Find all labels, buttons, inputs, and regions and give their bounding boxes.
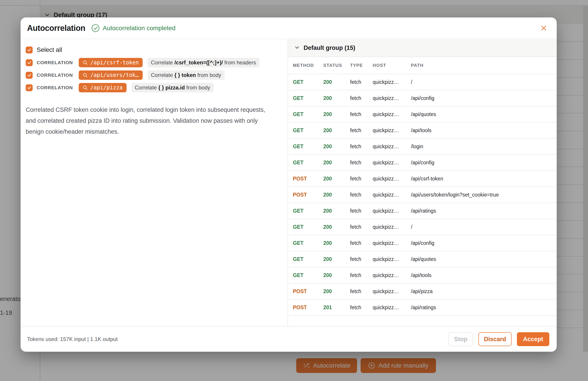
rule-checkbox[interactable] — [26, 59, 33, 66]
request-table-row[interactable]: GET 200 fetch quickpizz… /login — [288, 138, 557, 154]
rule-checkbox[interactable] — [26, 84, 33, 91]
request-table-row[interactable]: GET 200 fetch quickpizz… /api/config — [288, 154, 557, 170]
rule-desc-expression: /csrf_token=([^;]+)/ — [174, 60, 223, 65]
rule-description: Correlate { } token from body — [147, 70, 225, 80]
request-host: quickpizz… — [373, 288, 411, 295]
request-table-row[interactable]: GET 200 fetch quickpizz… /api/ratings — [288, 203, 557, 219]
group-title: Default group (15) — [304, 44, 355, 51]
request-path: /api/quotes — [411, 256, 557, 262]
request-type: fetch — [350, 192, 373, 198]
request-table-row[interactable]: GET 200 fetch quickpizz… /api/quotes — [288, 106, 557, 122]
request-path: /login — [411, 144, 557, 149]
check-icon — [27, 73, 32, 77]
rule-type-label: CORRELATION — [37, 85, 75, 90]
correlation-rule-row: CORRELATION /api/pizza Correlate { } piz… — [26, 83, 282, 93]
request-host: quickpizz… — [373, 144, 411, 149]
modal-body: Select all CORRELATION /api/csrf-token C… — [21, 39, 557, 326]
search-icon — [83, 85, 88, 90]
column-header-status: STATUS — [323, 63, 350, 68]
request-type: fetch — [350, 305, 373, 311]
select-all-checkbox[interactable] — [26, 46, 33, 53]
completion-status-text: Autocorrelation completed — [103, 25, 175, 32]
group-header[interactable]: Default group (15) — [288, 39, 557, 57]
rule-desc-prefix: Correlate — [135, 85, 158, 90]
request-type: fetch — [350, 111, 373, 117]
chevron-down-icon — [294, 45, 300, 51]
rule-desc-suffix: from body — [196, 72, 221, 78]
request-method: GET — [293, 144, 323, 149]
request-table-row[interactable]: GET 200 fetch quickpizz… /api/tools — [288, 267, 557, 283]
request-path: /api/csrf-token — [411, 176, 557, 182]
request-type: fetch — [350, 288, 373, 295]
request-path: /api/config — [411, 240, 557, 246]
request-host: quickpizz… — [373, 208, 411, 214]
rule-description: Correlate { } pizza.id from body — [131, 83, 213, 92]
request-table-row[interactable]: GET 200 fetch quickpizz… / — [288, 219, 557, 235]
request-method: GET — [293, 224, 323, 230]
request-host: quickpizz… — [373, 240, 411, 246]
request-status: 200 — [323, 160, 350, 166]
request-host: quickpizz… — [373, 79, 411, 85]
request-method: POST — [293, 176, 323, 182]
request-table-row[interactable]: GET 200 fetch quickpizz… /api/tools — [288, 122, 557, 138]
select-all-label: Select all — [37, 46, 62, 53]
request-path: /api/ratings — [411, 305, 557, 311]
request-table-row[interactable]: GET 200 fetch quickpizz… /api/quotes — [288, 251, 557, 267]
discard-button[interactable]: Discard — [479, 332, 512, 346]
request-status: 200 — [323, 95, 350, 101]
accept-button[interactable]: Accept — [517, 332, 549, 346]
completion-status: Autocorrelation completed — [91, 24, 175, 32]
request-method: POST — [293, 305, 323, 311]
check-icon — [27, 48, 32, 52]
rule-target-path: /api/csrf-token — [90, 60, 139, 66]
request-method: POST — [293, 192, 323, 198]
request-host: quickpizz… — [373, 160, 411, 166]
request-type: fetch — [350, 240, 373, 246]
request-path: /api/config — [411, 160, 557, 166]
request-path: /api/config — [411, 95, 557, 101]
rule-type-label: CORRELATION — [37, 72, 75, 78]
close-button[interactable] — [539, 23, 549, 33]
table-end-divider — [288, 315, 557, 326]
rule-target-badge[interactable]: /api/users/tok… — [79, 70, 143, 80]
rule-type-label: CORRELATION — [37, 60, 75, 65]
request-method: GET — [293, 160, 323, 166]
request-table-row[interactable]: POST 200 fetch quickpizz… /api/csrf-toke… — [288, 170, 557, 187]
request-path: /api/quotes — [411, 111, 557, 117]
request-type: fetch — [350, 272, 373, 278]
modal-title: Autocorrelation — [27, 23, 85, 33]
rule-target-badge[interactable]: /api/pizza — [79, 83, 126, 92]
column-header-method: METHOD — [293, 63, 323, 68]
request-path: /api/users/token/login?set_cookie=true — [411, 192, 557, 198]
request-table-row[interactable]: GET 200 fetch quickpizz… /api/config — [288, 235, 557, 251]
column-header-type: TYPE — [350, 63, 373, 68]
request-type: fetch — [350, 224, 373, 230]
rule-checkbox[interactable] — [26, 72, 33, 79]
stop-button[interactable]: Stop — [448, 332, 473, 346]
request-status: 200 — [323, 256, 350, 262]
request-status: 200 — [323, 144, 350, 149]
column-header-host: HOST — [373, 63, 411, 68]
modal-header: Autocorrelation Autocorrelation complete… — [21, 18, 557, 39]
request-type: fetch — [350, 176, 373, 182]
request-type: fetch — [350, 127, 373, 133]
request-method: GET — [293, 111, 323, 117]
request-host: quickpizz… — [373, 256, 411, 262]
request-status: 200 — [323, 111, 350, 117]
request-host: quickpizz… — [373, 305, 411, 311]
request-method: GET — [293, 208, 323, 214]
request-host: quickpizz… — [373, 111, 411, 117]
request-type: fetch — [350, 95, 373, 101]
request-table-row[interactable]: GET 200 fetch quickpizz… /api/config — [288, 90, 557, 106]
request-host: quickpizz… — [373, 95, 411, 101]
request-method: GET — [293, 79, 323, 85]
request-table-row[interactable]: POST 201 fetch quickpizz… /api/ratings — [288, 299, 557, 315]
request-host: quickpizz… — [373, 127, 411, 133]
rule-desc-expression: { } token — [174, 72, 196, 78]
request-table-row[interactable]: POST 200 fetch quickpizz… /api/pizza — [288, 283, 557, 299]
app-screen: Default group (17) enerato.. 1-19 Autoco… — [0, 0, 588, 381]
request-host: quickpizz… — [373, 176, 411, 182]
request-table-row[interactable]: POST 200 fetch quickpizz… /api/users/tok… — [288, 187, 557, 203]
request-table-row[interactable]: GET 200 fetch quickpizz… / — [288, 74, 557, 90]
rule-target-badge[interactable]: /api/csrf-token — [79, 58, 143, 67]
